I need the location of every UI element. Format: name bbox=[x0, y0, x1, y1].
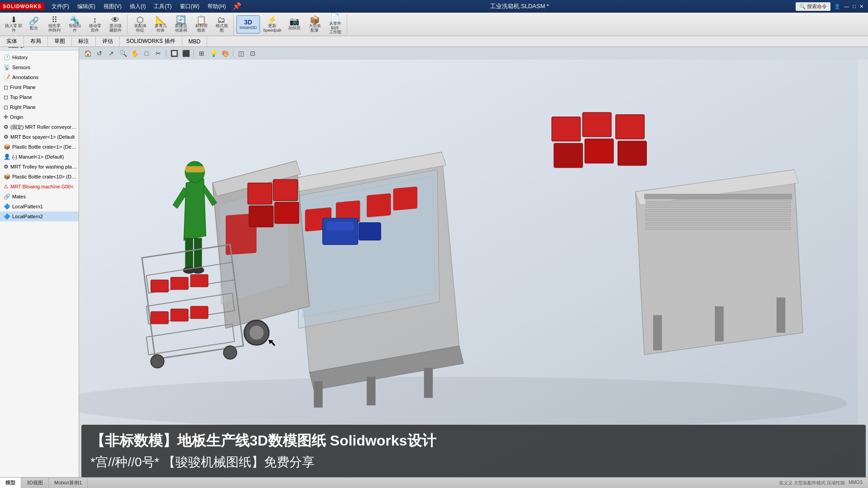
maximize-button[interactable]: □ bbox=[853, 4, 856, 9]
tab-solid[interactable]: 实体 bbox=[0, 36, 24, 47]
show-hide-btn[interactable]: 👁 显示隐藏部件 bbox=[105, 15, 125, 33]
pattern-btn[interactable]: ⠿ 线性零件阵列 bbox=[44, 15, 64, 33]
tree-item-7[interactable]: ⚙(固定) MRT Roller conveyor 3M< bbox=[0, 122, 79, 132]
status-tab-model[interactable]: 模型 bbox=[0, 478, 21, 488]
svg-rect-10 bbox=[646, 223, 791, 225]
view-section-icon[interactable]: ◫ bbox=[236, 48, 246, 58]
menu-edit[interactable]: 编辑(E) bbox=[74, 2, 99, 11]
svg-rect-42 bbox=[274, 202, 299, 224]
smart-fastener-btn[interactable]: 🔩 智能扣件 bbox=[65, 15, 85, 33]
tab-markup[interactable]: 标注 bbox=[72, 36, 96, 47]
search-box[interactable]: 🔍 搜索命令 bbox=[796, 2, 830, 11]
view-zoom-icon[interactable]: 🔍 bbox=[118, 48, 128, 58]
tree-item-label: Plastic Bottle crate<10> (Défaut< bbox=[12, 174, 77, 179]
menu-window[interactable]: 窗口(W) bbox=[176, 2, 203, 11]
tab-evaluate[interactable]: 评估 bbox=[96, 36, 120, 47]
view-rotate-icon[interactable]: ↺ bbox=[94, 48, 104, 58]
menu-file[interactable]: 文件(F) bbox=[48, 2, 73, 11]
svg-rect-26 bbox=[424, 368, 433, 398]
tree-item-icon: 🕐 bbox=[4, 54, 10, 61]
bom-btn[interactable]: 📋 材料明细表 bbox=[191, 15, 211, 33]
large-asm-btn[interactable]: 📦 大型装配量 bbox=[305, 15, 325, 33]
svg-rect-22 bbox=[393, 187, 418, 211]
status-units: MMGS bbox=[849, 480, 863, 486]
assembly-feature-btn[interactable]: ⬡ 装配体特征 bbox=[130, 15, 150, 33]
snapshot-btn[interactable]: 📷 拍快照 bbox=[284, 15, 304, 33]
view-pan-icon[interactable]: ✋ bbox=[130, 48, 140, 58]
solidworks-logo: SOLIDWORKS bbox=[0, 3, 44, 10]
tree-item-9[interactable]: 📦Plastic Bottle crate<1> (Défaut< bbox=[0, 142, 79, 152]
menu-bar[interactable]: 文件(F) 编辑(E) 视图(V) 插入(I) 工具(T) 窗口(W) 帮助(H… bbox=[48, 2, 243, 11]
menu-help[interactable]: 帮助(H) bbox=[204, 2, 230, 11]
feature-tree[interactable]: 🕐History📡Sensors📝Annotations◻Front Plane… bbox=[0, 51, 79, 477]
insert-component-btn[interactable]: ⬇ 插入零 部件 bbox=[4, 15, 24, 33]
view-orient-icon[interactable]: ⊞ bbox=[197, 48, 207, 58]
tab-layout[interactable]: 布局 bbox=[24, 36, 48, 47]
tab-mbd[interactable]: MBD bbox=[182, 36, 208, 47]
svg-rect-21 bbox=[367, 193, 391, 217]
tree-item-12[interactable]: 📦Plastic Bottle crate<10> (Défaut< bbox=[0, 172, 79, 182]
tree-item-icon: ◻ bbox=[4, 94, 8, 100]
tab-plugins[interactable]: SOLIDWORKS 插件 bbox=[120, 36, 182, 47]
view-arrow-icon[interactable]: ↗ bbox=[106, 48, 116, 58]
menu-tools[interactable]: 工具(T) bbox=[150, 2, 175, 11]
view-display-icon[interactable]: 🔲 bbox=[169, 48, 179, 58]
move-component-btn[interactable]: ↕ 移动零部件 bbox=[85, 15, 105, 33]
status-tab-3dview[interactable]: 3D视图 bbox=[21, 478, 49, 488]
motion-study-btn[interactable]: 🔄 新建运动算例 bbox=[171, 15, 191, 33]
tree-item-11[interactable]: ⚙MRT Trolley for washing plant<1> bbox=[0, 162, 79, 172]
toolbar-group-assembly: ⬇ 插入零 部件 🔗 配合 ⠿ 线性零件阵列 🔩 智能扣件 ↕ 移动零部件 👁 … bbox=[2, 14, 127, 34]
tree-item-icon: ◻ bbox=[4, 104, 8, 110]
pattern-view-btn[interactable]: 🗂 模式视图 bbox=[212, 15, 231, 33]
tree-item-4[interactable]: ◻Top Plane bbox=[0, 92, 79, 102]
menu-view[interactable]: 视图(V) bbox=[100, 2, 125, 11]
view-sep-1 bbox=[166, 50, 166, 57]
tree-item-label: Front Plane bbox=[10, 84, 36, 90]
help-icon[interactable]: 👤 bbox=[834, 4, 840, 9]
tree-item-0[interactable]: 🕐History bbox=[0, 52, 79, 62]
instant3d-btn[interactable]: 3D Instant3D bbox=[236, 15, 260, 33]
3d-viewport[interactable]: 【非标数模】地板生产线3D数模图纸 Solidworks设计 *宫//种//0号… bbox=[79, 60, 868, 477]
tree-item-3[interactable]: ◻Front Plane bbox=[0, 82, 79, 92]
svg-point-63 bbox=[223, 346, 236, 359]
tree-item-15[interactable]: 🔷LocalPattern1 bbox=[0, 202, 79, 211]
speedpak-btn[interactable]: ⚡ 更新Speedpak bbox=[260, 15, 284, 33]
status-tab-motion[interactable]: Motion算例1 bbox=[49, 478, 88, 488]
close-button[interactable]: ✕ bbox=[859, 4, 863, 9]
mate-btn[interactable]: 🔗 配合 bbox=[24, 15, 44, 33]
view-shade-icon[interactable]: ⬛ bbox=[181, 48, 191, 58]
view-scene-icon[interactable]: 🎨 bbox=[220, 48, 230, 58]
fastener-label: 智能扣件 bbox=[69, 24, 81, 33]
svg-rect-36 bbox=[585, 139, 613, 163]
tree-item-2[interactable]: 📝Annotations bbox=[0, 72, 79, 82]
make-drawing-btn[interactable]: 📄 从零件制作工作图 bbox=[325, 15, 345, 33]
tree-item-6[interactable]: ✛Origin bbox=[0, 112, 79, 122]
svg-rect-66 bbox=[327, 222, 353, 230]
tree-item-5[interactable]: ◻Right Plane bbox=[0, 102, 79, 112]
main-toolbar: ⬇ 插入零 部件 🔗 配合 ⠿ 线性零件阵列 🔩 智能扣件 ↕ 移动零部件 👁 … bbox=[0, 13, 868, 36]
svg-rect-14 bbox=[777, 297, 785, 333]
menu-pin[interactable]: 📌 bbox=[231, 2, 243, 11]
tree-item-16[interactable]: 🔷LocalPattern2 bbox=[0, 211, 79, 221]
tree-item-label: (-) Manuel<1> (Default) bbox=[12, 154, 64, 160]
tree-item-10[interactable]: 👤(-) Manuel<1> (Default) bbox=[0, 152, 79, 162]
tree-item-13[interactable]: ⚠MRT Blowing machine G00< bbox=[0, 182, 79, 192]
view-hide-icon[interactable]: ⊡ bbox=[248, 48, 258, 58]
tree-item-14[interactable]: 🔗Mates bbox=[0, 192, 79, 202]
tab-sketch[interactable]: 草图 bbox=[48, 36, 72, 47]
instant3d-icon: 3D bbox=[244, 19, 252, 25]
view-house-icon[interactable]: 🏠 bbox=[83, 48, 93, 58]
tree-item-8[interactable]: ⚙MRT Box spayer<1> (Default bbox=[0, 132, 79, 142]
menu-insert[interactable]: 插入(I) bbox=[126, 2, 149, 11]
assembly-feature-icon: ⬡ bbox=[137, 16, 144, 24]
tree-item-icon: 👤 bbox=[4, 154, 10, 160]
view-lights-icon[interactable]: 💡 bbox=[208, 48, 218, 58]
tree-item-1[interactable]: 📡Sensors bbox=[0, 62, 79, 72]
minimize-button[interactable]: — bbox=[844, 4, 849, 9]
tree-item-icon: ◻ bbox=[4, 84, 8, 90]
view-clip-icon[interactable]: ✂ bbox=[153, 48, 163, 58]
reference-geometry-btn[interactable]: 📐 参考几何体 bbox=[151, 15, 170, 33]
view-3d-icon[interactable]: □ bbox=[142, 48, 151, 58]
svg-rect-39 bbox=[248, 183, 272, 204]
motion-label: 新建运动算例 bbox=[175, 24, 187, 33]
